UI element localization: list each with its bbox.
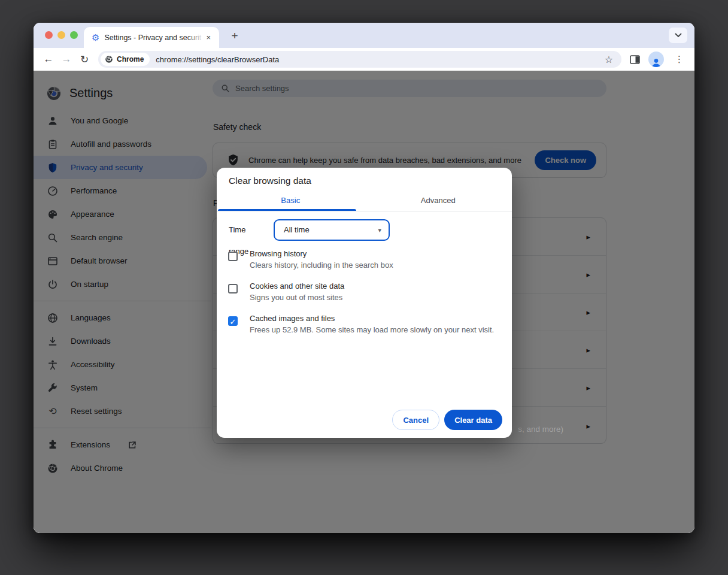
back-button[interactable]: ←	[40, 50, 57, 68]
url-text: chrome://settings/clearBrowserData	[156, 55, 279, 64]
site-badge-label: Chrome	[117, 55, 144, 63]
checkbox-row-cookies: ✓ Cookies and other site data Signs you …	[228, 280, 500, 303]
checkbox-row-cached-images: ✓ Cached images and files Frees up 52.9 …	[228, 313, 500, 335]
window-controls	[45, 31, 78, 39]
tab-search-button[interactable]	[669, 28, 687, 43]
maximize-window-button[interactable]	[70, 31, 78, 39]
bookmark-star-icon[interactable]: ☆	[605, 54, 613, 65]
checkbox-label: Cookies and other site data	[250, 280, 500, 292]
profile-avatar[interactable]	[648, 52, 664, 67]
browsing-history-checkbox[interactable]: ✓	[228, 252, 238, 261]
person-icon	[651, 58, 661, 67]
checkbox-label: Cached images and files	[250, 313, 500, 324]
browser-menu-button[interactable]: ⋮	[672, 54, 686, 65]
time-range-value: All time	[284, 220, 310, 240]
tab-strip: ⚙ Settings - Privacy and securit × +	[34, 23, 694, 48]
dialog-tabs-divider	[217, 211, 512, 211]
chrome-logo-icon	[105, 55, 113, 63]
checkbox-description: Frees up 52.9 MB. Some sites may load mo…	[250, 324, 500, 335]
checkbox-description: Signs you out of most sites	[250, 292, 500, 303]
new-tab-button[interactable]: +	[226, 28, 243, 45]
page-content: Settings You and Google Autofill and pas…	[34, 71, 694, 533]
chevron-down-icon	[675, 33, 682, 38]
checkbox-row-browsing-history: ✓ Browsing history Clears history, inclu…	[228, 248, 500, 271]
side-panel-icon[interactable]	[630, 55, 640, 64]
close-window-button[interactable]	[45, 31, 53, 39]
tab-basic[interactable]: Basic	[217, 193, 365, 211]
clear-data-button[interactable]: Clear data	[444, 410, 502, 430]
site-info-badge[interactable]: Chrome	[101, 53, 150, 66]
cached-images-checkbox[interactable]: ✓	[228, 316, 238, 326]
browser-window: ⚙ Settings - Privacy and securit × + ← →…	[34, 23, 694, 533]
dialog-footer: Cancel Clear data	[392, 410, 502, 430]
caret-down-icon: ▾	[378, 220, 381, 240]
address-bar[interactable]: Chrome chrome://settings/clearBrowserDat…	[98, 51, 621, 68]
checkbox-label: Browsing history	[250, 248, 500, 259]
minimize-window-button[interactable]	[57, 31, 65, 39]
tab-close-icon[interactable]: ×	[204, 32, 213, 43]
reload-button[interactable]: ↻	[75, 50, 93, 68]
forward-button[interactable]: →	[57, 50, 75, 68]
dialog-title: Clear browsing data	[229, 175, 311, 186]
checkbox-description: Clears history, including in the search …	[250, 259, 500, 271]
settings-gear-favicon-icon: ⚙	[92, 33, 99, 42]
tab-settings[interactable]: ⚙ Settings - Privacy and securit ×	[84, 27, 219, 48]
tab-advanced[interactable]: Advanced	[365, 193, 512, 211]
cookies-checkbox[interactable]: ✓	[228, 284, 238, 293]
toolbar: ← → ↻ Chrome chrome://settings/clearBrow…	[34, 48, 694, 71]
tab-title: Settings - Privacy and securit	[104, 34, 204, 42]
checkmark-icon: ✓	[229, 317, 236, 327]
cancel-button[interactable]: Cancel	[392, 410, 439, 430]
time-range-select[interactable]: All time ▾	[274, 219, 390, 241]
clear-browsing-data-dialog: Clear browsing data Basic Advanced Time …	[217, 168, 512, 438]
dialog-tabs: Basic Advanced	[217, 193, 512, 211]
